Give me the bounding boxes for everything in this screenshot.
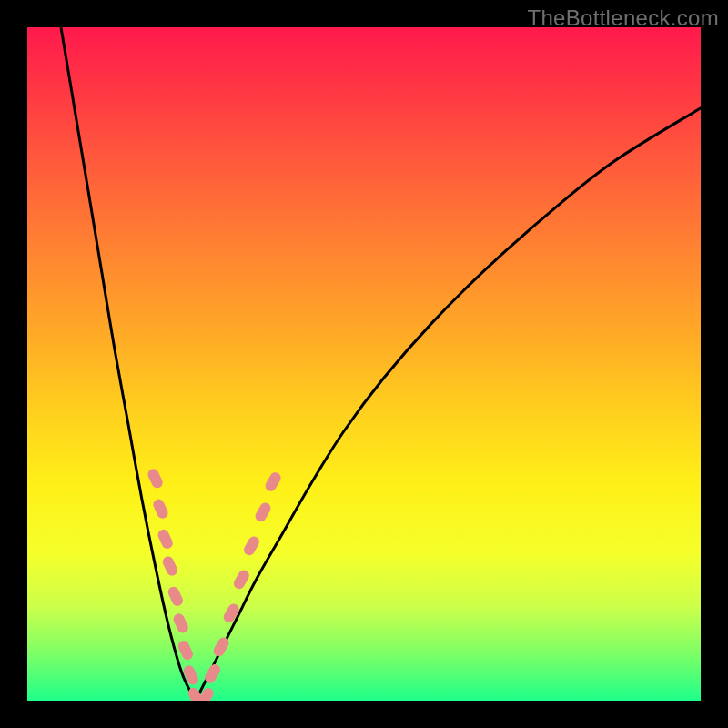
data-marker xyxy=(253,500,272,523)
data-marker xyxy=(151,498,169,521)
curve-layer xyxy=(61,27,701,701)
data-marker xyxy=(157,528,175,551)
series-right-curve xyxy=(196,108,701,701)
watermark-text: TheBottleneck.com xyxy=(527,5,719,31)
svg-rect-0 xyxy=(147,467,165,490)
data-marker xyxy=(182,663,200,686)
data-marker xyxy=(232,568,251,591)
svg-rect-1 xyxy=(151,498,169,521)
data-marker xyxy=(167,585,185,608)
plot-area xyxy=(27,27,701,701)
svg-rect-15 xyxy=(253,500,272,523)
data-marker xyxy=(263,470,282,493)
svg-rect-14 xyxy=(242,534,261,557)
chart-frame: TheBottleneck.com xyxy=(0,0,728,728)
data-marker xyxy=(147,467,165,490)
svg-rect-6 xyxy=(177,639,195,662)
data-marker xyxy=(177,639,195,662)
marker-layer xyxy=(147,467,283,701)
svg-rect-16 xyxy=(263,470,282,493)
svg-rect-13 xyxy=(232,568,251,591)
data-marker xyxy=(161,554,179,577)
svg-rect-3 xyxy=(161,554,179,577)
data-marker xyxy=(172,612,190,634)
svg-rect-2 xyxy=(157,528,175,551)
data-marker xyxy=(242,534,261,557)
chart-svg xyxy=(27,27,701,701)
svg-rect-4 xyxy=(167,585,185,608)
svg-rect-5 xyxy=(172,612,190,634)
svg-rect-7 xyxy=(182,663,200,686)
